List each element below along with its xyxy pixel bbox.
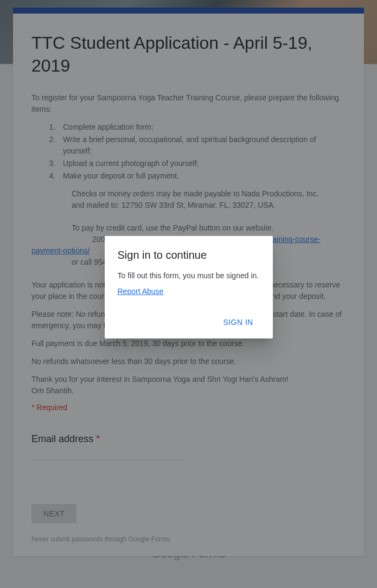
signin-button[interactable]: SIGN IN <box>217 312 260 332</box>
dialog-title: Sign in to continue <box>118 249 260 261</box>
dialog-body: To fill out this form, you must be signe… <box>118 271 260 280</box>
signin-dialog: Sign in to continue To fill out this for… <box>105 236 273 338</box>
report-abuse-link[interactable]: Report Abuse <box>118 287 164 296</box>
